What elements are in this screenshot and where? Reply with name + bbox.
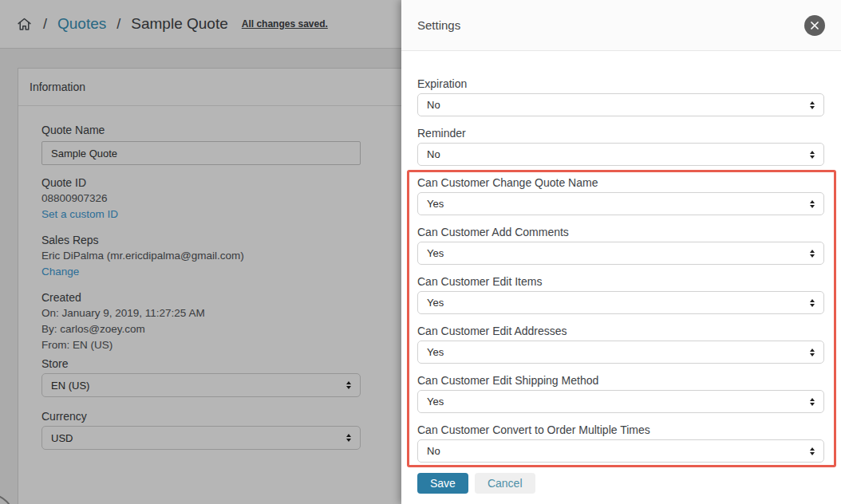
edit-shipping-method-select[interactable]: Yes <box>417 390 824 413</box>
edit-items-label: Can Customer Edit Items <box>417 275 824 288</box>
edit-addresses-field: Can Customer Edit Addresses Yes <box>417 325 824 364</box>
convert-multiple-times-field: Can Customer Convert to Order Multiple T… <box>417 423 824 463</box>
select-value: Yes <box>427 297 444 309</box>
edit-shipping-method-field: Can Customer Edit Shipping Method Yes <box>417 374 824 413</box>
select-value: Yes <box>427 247 444 259</box>
screen: / Quotes / Sample Quote All changes save… <box>0 0 841 504</box>
convert-multiple-times-select[interactable]: No <box>417 439 824 463</box>
save-button[interactable]: Save <box>417 473 468 494</box>
select-value: Yes <box>427 346 444 358</box>
add-comments-field: Can Customer Add Comments Yes <box>417 226 824 265</box>
expiration-label: Expiration <box>417 77 824 90</box>
select-caret-icon <box>810 348 815 356</box>
select-caret-icon <box>810 398 815 406</box>
x-icon <box>810 21 819 30</box>
select-value: No <box>427 148 440 160</box>
select-value: Yes <box>427 198 444 210</box>
select-caret-icon <box>810 101 815 109</box>
change-quote-name-select[interactable]: Yes <box>417 192 824 215</box>
select-value: No <box>427 99 440 111</box>
reminder-select[interactable]: No <box>417 143 824 166</box>
change-quote-name-label: Can Customer Change Quote Name <box>417 176 824 189</box>
settings-title: Settings <box>417 18 460 32</box>
reminder-label: Reminder <box>417 127 824 140</box>
select-caret-icon <box>810 447 815 455</box>
edit-items-select[interactable]: Yes <box>417 291 824 314</box>
select-caret-icon <box>810 200 815 208</box>
edit-shipping-method-label: Can Customer Edit Shipping Method <box>417 374 824 387</box>
settings-body: Expiration No Reminder No Can Customer C… <box>401 51 841 494</box>
expiration-select[interactable]: No <box>417 93 824 116</box>
select-caret-icon <box>810 250 815 258</box>
select-caret-icon <box>810 151 815 159</box>
select-value: No <box>427 445 440 457</box>
reminder-field: Reminder No <box>417 127 824 166</box>
settings-drawer: Settings Expiration No Reminder <box>401 0 841 504</box>
expiration-field: Expiration No <box>417 77 824 116</box>
add-comments-label: Can Customer Add Comments <box>417 226 824 238</box>
convert-multiple-times-label: Can Customer Convert to Order Multiple T… <box>417 423 824 436</box>
edit-addresses-select[interactable]: Yes <box>417 341 824 364</box>
close-button[interactable] <box>804 15 825 36</box>
change-quote-name-field: Can Customer Change Quote Name Yes <box>417 176 824 215</box>
settings-actions: Save Cancel <box>417 473 824 494</box>
add-comments-select[interactable]: Yes <box>417 242 824 265</box>
edit-addresses-label: Can Customer Edit Addresses <box>417 325 824 337</box>
select-value: Yes <box>427 396 444 408</box>
edit-items-field: Can Customer Edit Items Yes <box>417 275 824 314</box>
cancel-button[interactable]: Cancel <box>475 473 535 494</box>
select-caret-icon <box>810 299 815 307</box>
settings-header: Settings <box>401 0 841 51</box>
